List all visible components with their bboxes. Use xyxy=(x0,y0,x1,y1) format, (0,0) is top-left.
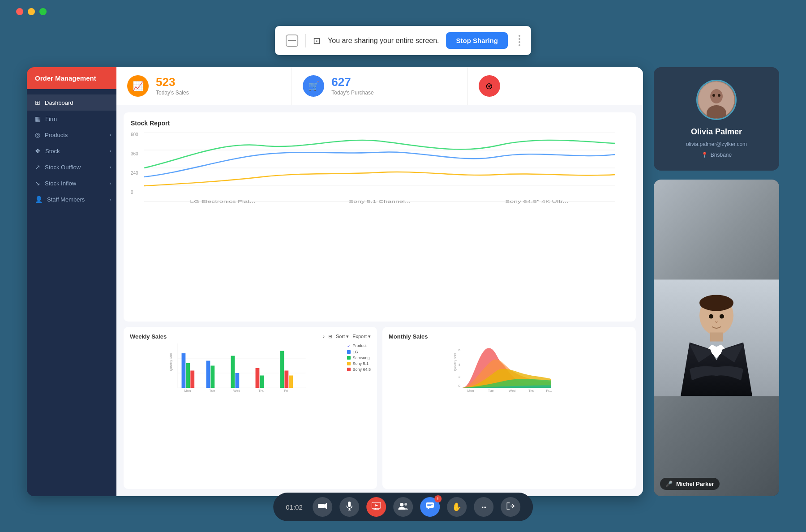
dashboard-icon: ⊞ xyxy=(35,99,40,106)
svg-text:Sony 5.1 Channel...: Sony 5.1 Channel... xyxy=(349,199,411,204)
svg-text:Thu: Thu xyxy=(528,389,534,393)
contact-name: Olivia Palmer xyxy=(691,127,742,137)
svg-text:Wed: Wed xyxy=(233,389,240,393)
sales-value: 523 xyxy=(156,76,189,88)
svg-text:Sony 64.5" 4K Ultr...: Sony 64.5" 4K Ultr... xyxy=(505,199,568,204)
bottom-charts: Weekly Sales › ⊟ Sort ▾ Export ▾ xyxy=(124,327,636,489)
mac-close-dot[interactable] xyxy=(16,8,23,15)
stock-inflow-icon: ↘ xyxy=(35,180,40,187)
reactions-button[interactable]: ✋ xyxy=(447,497,467,517)
weekly-export-button[interactable]: Export ▾ xyxy=(352,334,371,339)
banner-message: You are sharing your entire screen. xyxy=(328,37,439,45)
leave-icon xyxy=(506,502,514,512)
stock-icon: ❖ xyxy=(35,147,41,154)
svg-point-60 xyxy=(404,503,407,506)
more-button[interactable]: ··· xyxy=(474,497,493,517)
stop-sharing-button[interactable]: Stop Sharing xyxy=(446,32,508,49)
video-person-svg xyxy=(654,180,779,496)
svg-rect-61 xyxy=(426,502,434,508)
sidebar-label-products: Products xyxy=(45,132,68,138)
svg-text:4: 4 xyxy=(459,362,461,366)
mac-maximize-dot[interactable] xyxy=(39,8,47,15)
sidebar-item-stock[interactable]: ❖ Stock › xyxy=(27,143,116,159)
avatar-image xyxy=(698,81,735,119)
legend-sony51: Sony 5.1 xyxy=(347,361,371,366)
banner-divider xyxy=(305,34,306,47)
charts-area: Stock Report 600 360 240 0 xyxy=(116,105,643,496)
sidebar-item-products[interactable]: ◎ Products › xyxy=(27,127,116,143)
svg-point-41 xyxy=(710,89,723,103)
leave-button[interactable] xyxy=(501,497,520,517)
weekly-chart-type-icon[interactable]: ⊟ xyxy=(328,334,332,339)
svg-rect-19 xyxy=(235,373,239,388)
svg-text:Quantity Sold: Quantity Sold xyxy=(454,353,457,371)
products-icon: ◎ xyxy=(35,131,40,138)
svg-text:6: 6 xyxy=(459,348,460,352)
sidebar-label-stock: Stock xyxy=(45,148,60,154)
sales-info: 523 Today's Sales xyxy=(156,76,189,96)
stock-report-card: Stock Report 600 360 240 0 xyxy=(124,112,636,322)
sidebar-header: Order Management xyxy=(27,67,116,89)
staff-icon: 👤 xyxy=(35,196,43,203)
svg-point-44 xyxy=(718,94,720,97)
stock-report-chart: 600 360 240 0 xyxy=(131,132,629,204)
camera-button[interactable] xyxy=(313,497,332,517)
svg-point-51 xyxy=(720,314,724,319)
sidebar-item-stock-inflow[interactable]: ↘ Stock Inflow › xyxy=(27,175,116,191)
monthly-chart-area: Quantity Sold xyxy=(389,343,630,393)
stock-outflow-icon: ↗ xyxy=(35,163,40,171)
sales-icon: 📈 xyxy=(127,75,149,97)
weekly-bar-chart: Quantity Sold xyxy=(130,343,343,393)
staff-arrow-icon: › xyxy=(110,197,111,202)
mac-minimize-dot[interactable] xyxy=(28,8,35,15)
sidebar-item-stock-outflow[interactable]: ↗ Stock Outflow › xyxy=(27,159,116,175)
bottom-toolbar: 01:02 xyxy=(273,493,533,521)
legend-product: ✓ Product xyxy=(347,343,371,348)
contact-email: olivia.palmer@zylker.com xyxy=(686,141,747,147)
stock-report-title: Stock Report xyxy=(131,120,629,127)
microphone-button[interactable] xyxy=(339,497,359,517)
video-mic-icon: 🎤 xyxy=(665,481,673,487)
svg-text:0: 0 xyxy=(459,384,460,388)
banner-minimize-button[interactable]: — xyxy=(286,34,298,47)
video-person-name: Michel Parker xyxy=(676,481,714,487)
purchase-value: 627 xyxy=(331,76,373,88)
svg-rect-22 xyxy=(280,351,284,388)
weekly-legend: ✓ Product LG Samsung xyxy=(347,343,371,393)
dashboard-panel: Order Management ⊞ Dashboard ▦ Firm ◎ Pr… xyxy=(27,67,643,496)
stock-chart-svg: LG Electronics Flat... Sony 5.1 Channel.… xyxy=(131,132,615,204)
contact-card: Olivia Palmer olivia.palmer@zylker.com 📍… xyxy=(654,67,779,171)
svg-text:LG Electronics Flat...: LG Electronics Flat... xyxy=(190,199,255,204)
sidebar-item-staff[interactable]: 👤 Staff Members › xyxy=(27,191,116,207)
svg-rect-18 xyxy=(231,356,235,388)
chat-badge: 1 xyxy=(434,495,442,502)
reactions-icon: ✋ xyxy=(452,502,462,512)
screen-share-icon: ⊡ xyxy=(313,35,321,46)
svg-text:Tue: Tue xyxy=(488,389,494,393)
screen-share-icon xyxy=(372,502,381,512)
video-name-badge: 🎤 Michel Parker xyxy=(660,478,720,490)
svg-text:Fr...: Fr... xyxy=(546,389,552,393)
sidebar-item-dashboard[interactable]: ⊞ Dashboard xyxy=(27,94,116,111)
video-card: 🎤 Michel Parker xyxy=(654,180,779,496)
chat-button[interactable]: 1 xyxy=(420,497,440,517)
svg-rect-23 xyxy=(284,370,288,388)
weekly-sales-controls: › ⊟ Sort ▾ Export ▾ xyxy=(323,334,371,339)
svg-text:2: 2 xyxy=(459,375,460,379)
sharing-banner: — ⊡ You are sharing your entire screen. … xyxy=(275,26,531,55)
svg-rect-15 xyxy=(190,370,194,388)
svg-rect-16 xyxy=(206,360,210,388)
sidebar-label-stock-inflow: Stock Inflow xyxy=(45,180,76,187)
participants-icon xyxy=(398,502,408,512)
svg-text:Quantity Sold: Quantity Sold xyxy=(169,353,173,371)
weekly-nav-icon[interactable]: › xyxy=(323,334,325,339)
avatar-svg xyxy=(699,82,734,118)
stats-row: 📈 523 Today's Sales 🛒 627 Today's Purcha… xyxy=(116,67,643,105)
participants-button[interactable] xyxy=(393,497,413,517)
weekly-sort-button[interactable]: Sort ▾ xyxy=(336,334,349,339)
screen-share-button[interactable] xyxy=(366,497,386,517)
products-arrow-icon: › xyxy=(110,133,111,137)
legend-lg: LG xyxy=(347,350,371,354)
sidebar-item-firm[interactable]: ▦ Firm xyxy=(27,111,116,127)
svg-rect-24 xyxy=(289,375,293,388)
